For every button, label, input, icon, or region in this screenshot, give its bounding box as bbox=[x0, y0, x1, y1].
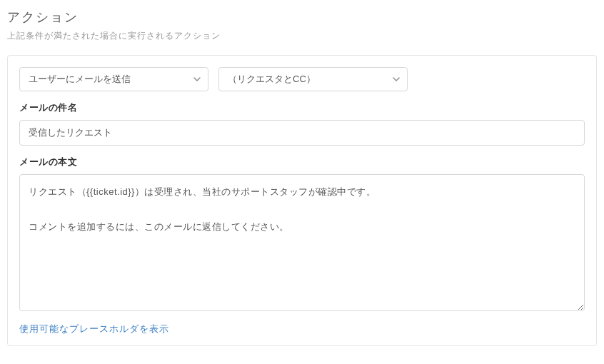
chevron-down-icon bbox=[193, 77, 201, 81]
chevron-down-icon bbox=[393, 77, 400, 81]
subject-label: メールの件名 bbox=[19, 101, 585, 114]
selects-row: ユーザーにメールを送信 （リクエスタとCC） bbox=[19, 67, 585, 91]
subject-input[interactable] bbox=[19, 120, 585, 146]
action-type-selected: ユーザーにメールを送信 bbox=[29, 73, 131, 86]
section-subtitle: 上記条件が満たされた場合に実行されるアクション bbox=[7, 30, 597, 42]
action-type-select[interactable]: ユーザーにメールを送信 bbox=[19, 67, 208, 91]
body-textarea[interactable] bbox=[19, 174, 585, 311]
action-panel: ユーザーにメールを送信 （リクエスタとCC） メールの件名 メールの本文 使用可… bbox=[7, 55, 597, 346]
section-title: アクション bbox=[7, 9, 597, 26]
action-target-selected: （リクエスタとCC） bbox=[228, 73, 316, 86]
body-label: メールの本文 bbox=[19, 156, 585, 168]
action-target-select[interactable]: （リクエスタとCC） bbox=[218, 67, 408, 91]
placeholders-link[interactable]: 使用可能なプレースホルダを表示 bbox=[19, 323, 169, 335]
